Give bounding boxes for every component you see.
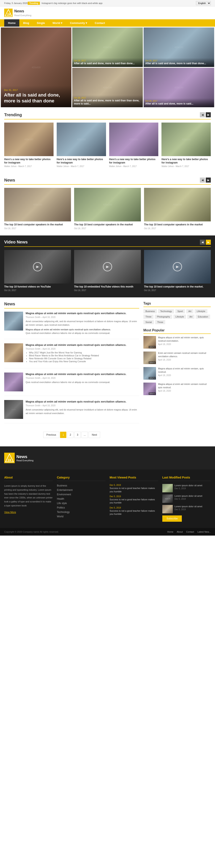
tag-item[interactable]: Education	[196, 315, 210, 319]
nav-link[interactable]: Contact	[91, 19, 109, 27]
video-play-button[interactable]: ▶	[103, 262, 112, 271]
svg-text:24: 24	[7, 12, 10, 16]
hero-card-0[interactable]: 420x190 Oct 28, 2017 After all is said a…	[72, 28, 143, 67]
next-page-button[interactable]: Next	[89, 432, 100, 438]
video-next-arrow[interactable]: ▶	[206, 240, 211, 245]
news-top-prev-arrow[interactable]: ◀	[200, 178, 205, 183]
hero-card-2[interactable]: 420x190 Oct 28, 2017 After all is said a…	[72, 68, 143, 107]
footer-category-link[interactable]: Health	[57, 497, 64, 500]
footer-category-link[interactable]: Politics	[57, 506, 65, 509]
video-card-0[interactable]: 420x160 ▶ The top 10 funniest videos on …	[4, 250, 71, 293]
subscribe-button[interactable]: Subscribe	[162, 516, 182, 522]
trending-card-1[interactable]: 420x160 Here's a new way to take better …	[57, 123, 106, 169]
trending-prev-arrow[interactable]: ◀	[200, 112, 205, 117]
footer-category-item[interactable]: World	[57, 515, 105, 518]
footer-category-link[interactable]: Environment	[57, 493, 71, 496]
nav-link[interactable]: Home	[4, 19, 19, 27]
news-top-next-arrow[interactable]: ▶	[206, 178, 211, 183]
nav-item-home[interactable]: Home	[4, 19, 19, 27]
footer-category-link[interactable]: World	[57, 515, 63, 518]
nav-item-community[interactable]: Community ▾	[66, 19, 91, 27]
news-list-item-0[interactable]: 90x90 Magna aliqua ut enim ad minim veni…	[4, 312, 139, 339]
nav-item-contact[interactable]: Contact	[91, 19, 109, 27]
news-card-1[interactable]: 420x160 The top 10 best computer speaker…	[74, 188, 141, 231]
footer-bottom-link-1[interactable]: About	[177, 530, 183, 533]
hero-card-title: After all is said and done, more is said…	[74, 99, 141, 105]
popular-item-1[interactable]: 420x71 Enim ad minim veniam nostrud veni…	[144, 351, 211, 364]
footer-category-item[interactable]: Technology	[57, 510, 105, 514]
footer-category-link[interactable]: Technology	[57, 510, 70, 514]
nav-link[interactable]: Single	[33, 19, 49, 27]
footer-category-item[interactable]: Health	[57, 497, 105, 500]
news-list-item-2[interactable]: 90x90 Magna aliqua ut enim ad minim veni…	[4, 373, 139, 396]
footer-last-modified-item-1[interactable]: 420x75 Lorem ipsum dolor sit amet Dec 5,…	[162, 494, 211, 503]
popular-item-2[interactable]: 420x71 Magna aliqua ut enim ad minim ven…	[144, 367, 211, 380]
tag-item[interactable]: Three	[155, 320, 165, 324]
footer-last-modified-item-0[interactable]: 420x75 Lorem ipsum dolor sit amet Dec 5,…	[162, 484, 211, 492]
video-prev-arrow[interactable]: ◀	[200, 240, 205, 245]
trending-card-0[interactable]: 420x160 Here's a new way to take better …	[4, 123, 54, 169]
video-play-button[interactable]: ▶	[173, 262, 182, 271]
footer-bottom-link-2[interactable]: Contact	[186, 530, 194, 533]
hero-card-3[interactable]: 420x190 Oct 28, 2017 After all is said a…	[144, 68, 214, 107]
footer-most-viewed-item-1[interactable]: Dec 5, 2019 Success is not a good teache…	[110, 495, 158, 504]
footer-category-link[interactable]: Business	[57, 484, 67, 487]
footer-bottom-link-3[interactable]: Latest New...	[197, 530, 211, 533]
page-3-button[interactable]: 3	[74, 432, 81, 438]
trending-next-arrow[interactable]: ▶	[206, 112, 211, 117]
tag-item[interactable]: Photography	[155, 315, 172, 319]
footer-view-more-link[interactable]: View More	[4, 511, 16, 514]
footer-last-modified-col: Last Modified Posts 420x75 Lorem ipsum d…	[162, 476, 211, 522]
mv-title: Success is not a good teacher failure ma…	[110, 498, 158, 504]
nav-link[interactable]: World ▾	[49, 19, 66, 27]
popular-item-3[interactable]: 420x71 Magna aliqua ut enim ad minim ven…	[144, 382, 211, 395]
tag-item[interactable]: Technology	[158, 309, 174, 313]
tag-item[interactable]: Art	[186, 309, 193, 313]
nav-link[interactable]: Community ▾	[66, 19, 91, 27]
video-card-2[interactable]: 420x160 ▶ The top 10 best computer speak…	[144, 250, 211, 293]
nav-link[interactable]: Blog	[19, 19, 33, 27]
popular-item-0[interactable]: 420x71 Magna aliqua ut enim ad minim ven…	[144, 336, 211, 349]
lm-title: Lorem ipsum dolor sit amet	[175, 484, 203, 487]
footer-category-link[interactable]: Life style	[57, 502, 67, 505]
video-play-button[interactable]: ▶	[33, 262, 42, 271]
footer-category-item[interactable]: Politics	[57, 506, 105, 509]
trending-card-title: Here's a new way to take better photos f…	[161, 158, 211, 164]
footer-category-item[interactable]: Environment	[57, 493, 105, 496]
news-card-0[interactable]: 420x160 The top 10 best computer speaker…	[4, 188, 71, 231]
footer-bottom-link-0[interactable]: Home	[167, 530, 173, 533]
footer-most-viewed-item-0[interactable]: Dec 5, 2019 Success is not a good teache…	[110, 484, 158, 493]
footer-category-link[interactable]: Entertainment	[57, 489, 73, 492]
trending-card-2[interactable]: 420x160 Here's a new way to take better …	[109, 123, 158, 169]
footer-category-item[interactable]: Entertainment	[57, 488, 105, 492]
video-card-1[interactable]: 420x160 ▶ The top 10 embedded YouTube vi…	[74, 250, 141, 293]
nav-item-single[interactable]: Single	[33, 19, 49, 27]
nav-item-world[interactable]: World ▾	[49, 19, 66, 27]
tags-sidebar: Tags BusinessTechnologySportArtLifestyle…	[144, 302, 211, 442]
page-1-button[interactable]: 1	[60, 432, 66, 438]
language-select[interactable]: English	[196, 1, 211, 5]
footer-most-viewed-item-2[interactable]: Dec 5, 2019 Success is not a good teache…	[110, 506, 158, 516]
prev-page-button[interactable]: Previous	[43, 432, 59, 438]
tag-item[interactable]: Lifestyle	[195, 309, 207, 313]
tag-item[interactable]: Lifestyle	[174, 315, 186, 319]
main-nav: HomeBlogSingleWorld ▾Community ▾Contact	[0, 19, 215, 27]
news-list-item-3[interactable]: 90x90 Magna aliqua ut enim ad minim veni…	[4, 400, 139, 423]
page-2-button[interactable]: 2	[67, 432, 73, 438]
video-card-meta: Oct 16, 2017	[74, 289, 141, 291]
popular-item-text: Magna aliqua ut enim ad minim veniam, qu…	[158, 367, 211, 374]
tag-item[interactable]: Art	[187, 315, 194, 319]
footer-category-item[interactable]: Life style	[57, 502, 105, 505]
hero-card-1[interactable]: 420x190 Oct 28, 2017 After all is said a…	[144, 28, 214, 67]
tag-item[interactable]: Sport	[175, 309, 185, 313]
nav-item-blog[interactable]: Blog	[19, 19, 33, 27]
news-list-item-1[interactable]: 90x90 Magna aliqua ut enim ad minim veni…	[4, 343, 139, 368]
hero-main-card[interactable]: 420x600 Dec 31, 2017 After all is said a…	[1, 28, 71, 107]
trending-card-3[interactable]: 420x160 Here's a new way to take better …	[161, 123, 211, 169]
footer-category-item[interactable]: Business	[57, 484, 105, 487]
tag-item[interactable]: Three	[144, 315, 154, 319]
tag-item[interactable]: Business	[144, 309, 157, 313]
footer-last-modified-item-2[interactable]: 420x75 Lorem ipsum dolor sit amet Dec 5,…	[162, 505, 211, 513]
news-card-2[interactable]: 420x160 The top 10 best computer speaker…	[144, 188, 211, 231]
tag-item[interactable]: Social	[144, 320, 154, 324]
